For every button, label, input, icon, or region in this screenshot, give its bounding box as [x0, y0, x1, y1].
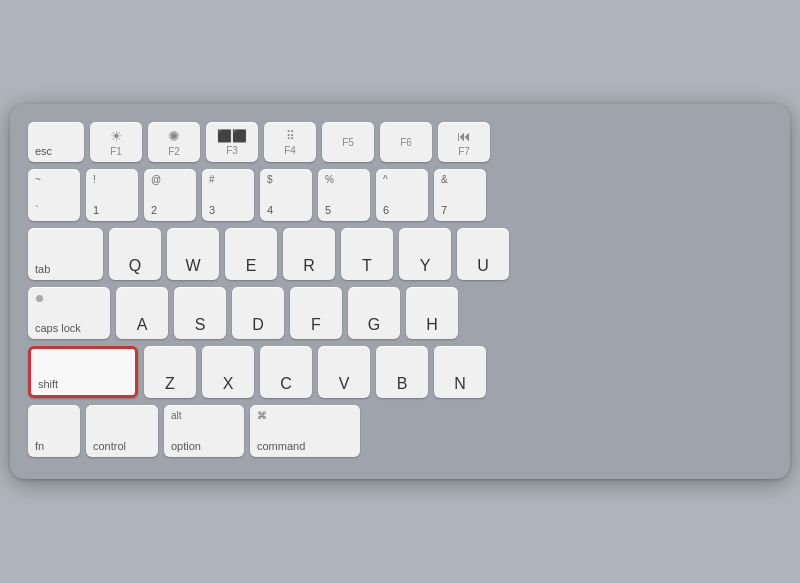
key-w[interactable]: W: [167, 228, 219, 280]
key-u-letter: U: [477, 257, 489, 275]
f5-label: F5: [342, 137, 354, 148]
key-g-letter: G: [368, 316, 380, 334]
key-tilde-bottom: `: [35, 204, 39, 216]
key-r[interactable]: R: [283, 228, 335, 280]
f7-label: F7: [458, 146, 470, 157]
key-6-top: ^: [383, 174, 388, 185]
key-tab[interactable]: tab: [28, 228, 103, 280]
key-option-bottom: option: [171, 440, 201, 452]
key-3-bottom: 3: [209, 204, 215, 216]
key-2[interactable]: @ 2: [144, 169, 196, 221]
key-n[interactable]: N: [434, 346, 486, 398]
f3-label: F3: [226, 145, 238, 156]
key-n-letter: N: [454, 375, 466, 393]
key-w-letter: W: [185, 257, 200, 275]
key-command[interactable]: ⌘ command: [250, 405, 360, 457]
key-f3[interactable]: ⬛⬛ F3: [206, 122, 258, 162]
key-y[interactable]: Y: [399, 228, 451, 280]
key-r-letter: R: [303, 257, 315, 275]
key-f5[interactable]: F5: [322, 122, 374, 162]
key-command-top: ⌘: [257, 410, 267, 421]
fn-row: esc ☀ F1 ✺ F2 ⬛⬛ F3 ⠿ F4 F5 F6 ⏮ F7: [28, 122, 772, 162]
key-2-top: @: [151, 174, 161, 185]
key-d[interactable]: D: [232, 287, 284, 339]
key-q[interactable]: Q: [109, 228, 161, 280]
key-3-top: #: [209, 174, 215, 185]
key-tab-label: tab: [35, 263, 50, 275]
key-5-bottom: 5: [325, 204, 331, 216]
key-shift-left[interactable]: shift: [28, 346, 138, 398]
asdf-row: caps lock A S D F G H: [28, 287, 772, 339]
key-1[interactable]: ! 1: [86, 169, 138, 221]
key-1-top: !: [93, 174, 96, 185]
key-5-top: %: [325, 174, 334, 185]
key-esc-label: esc: [35, 145, 52, 157]
key-x[interactable]: X: [202, 346, 254, 398]
key-esc[interactable]: esc: [28, 122, 84, 162]
key-d-letter: D: [252, 316, 264, 334]
f4-icon: ⠿: [286, 129, 295, 143]
key-7-top: &: [441, 174, 448, 185]
key-f2[interactable]: ✺ F2: [148, 122, 200, 162]
key-u[interactable]: U: [457, 228, 509, 280]
key-c-letter: C: [280, 375, 292, 393]
key-4[interactable]: $ 4: [260, 169, 312, 221]
key-h-letter: H: [426, 316, 438, 334]
f7-icon: ⏮: [457, 128, 471, 144]
key-3[interactable]: # 3: [202, 169, 254, 221]
key-4-bottom: 4: [267, 204, 273, 216]
f6-label: F6: [400, 137, 412, 148]
key-4-top: $: [267, 174, 273, 185]
f1-label: F1: [110, 146, 122, 157]
key-y-letter: Y: [420, 257, 431, 275]
key-a[interactable]: A: [116, 287, 168, 339]
key-t[interactable]: T: [341, 228, 393, 280]
key-f4[interactable]: ⠿ F4: [264, 122, 316, 162]
key-capslock-label: caps lock: [35, 322, 81, 334]
key-z[interactable]: Z: [144, 346, 196, 398]
key-2-bottom: 2: [151, 204, 157, 216]
key-5[interactable]: % 5: [318, 169, 370, 221]
key-f6[interactable]: F6: [380, 122, 432, 162]
key-7-bottom: 7: [441, 204, 447, 216]
key-x-letter: X: [223, 375, 234, 393]
key-option[interactable]: alt option: [164, 405, 244, 457]
capslock-dot: [36, 295, 43, 302]
key-command-bottom: command: [257, 440, 305, 452]
bottom-row: fn control alt option ⌘ command: [28, 405, 772, 457]
key-shift-left-label: shift: [38, 378, 58, 390]
keyboard: esc ☀ F1 ✺ F2 ⬛⬛ F3 ⠿ F4 F5 F6 ⏮ F7: [10, 104, 790, 479]
key-f-letter: F: [311, 316, 321, 334]
key-tilde[interactable]: ~ `: [28, 169, 80, 221]
key-v[interactable]: V: [318, 346, 370, 398]
key-t-letter: T: [362, 257, 372, 275]
key-h[interactable]: H: [406, 287, 458, 339]
f1-icon: ☀: [110, 128, 123, 144]
f2-icon: ✺: [168, 128, 180, 144]
key-f[interactable]: F: [290, 287, 342, 339]
key-e[interactable]: E: [225, 228, 277, 280]
number-row: ~ ` ! 1 @ 2 # 3 $ 4 % 5 ^ 6 & 7: [28, 169, 772, 221]
f4-label: F4: [284, 145, 296, 156]
key-s-letter: S: [195, 316, 206, 334]
key-fn[interactable]: fn: [28, 405, 80, 457]
key-f1[interactable]: ☀ F1: [90, 122, 142, 162]
key-s[interactable]: S: [174, 287, 226, 339]
key-c[interactable]: C: [260, 346, 312, 398]
zxcv-row: shift Z X C V B N: [28, 346, 772, 398]
key-fn-label: fn: [35, 440, 44, 452]
f3-icon: ⬛⬛: [217, 129, 247, 143]
key-capslock[interactable]: caps lock: [28, 287, 110, 339]
key-a-letter: A: [137, 316, 148, 334]
key-f7[interactable]: ⏮ F7: [438, 122, 490, 162]
key-v-letter: V: [339, 375, 350, 393]
key-g[interactable]: G: [348, 287, 400, 339]
key-control[interactable]: control: [86, 405, 158, 457]
key-b[interactable]: B: [376, 346, 428, 398]
key-z-letter: Z: [165, 375, 175, 393]
key-6-bottom: 6: [383, 204, 389, 216]
key-7[interactable]: & 7: [434, 169, 486, 221]
key-1-bottom: 1: [93, 204, 99, 216]
key-option-top: alt: [171, 410, 182, 421]
key-6[interactable]: ^ 6: [376, 169, 428, 221]
